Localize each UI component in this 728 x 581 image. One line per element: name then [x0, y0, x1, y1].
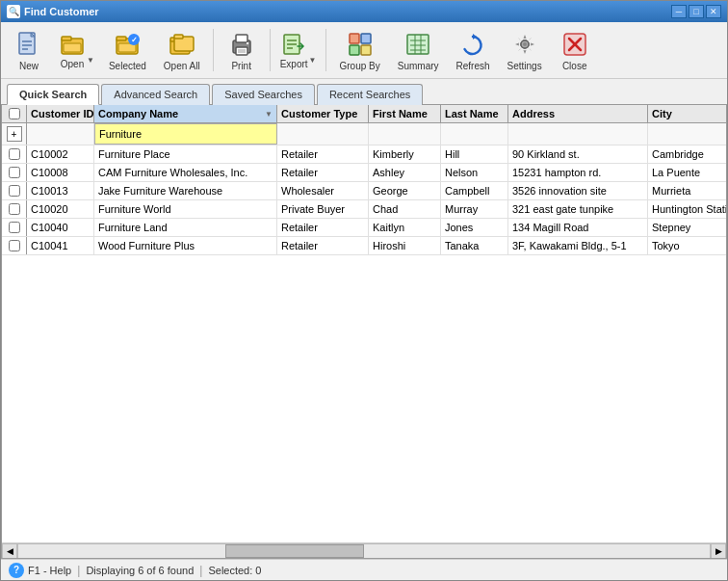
cell-customer-id: C10013: [27, 182, 94, 199]
search-id-cell: [27, 123, 94, 145]
search-type-cell: [277, 123, 369, 145]
row-checkbox-cell: [2, 200, 27, 218]
settings-button[interactable]: Settings: [501, 26, 549, 74]
svg-rect-18: [236, 35, 247, 42]
print-button[interactable]: Print: [220, 26, 264, 74]
col-header-address[interactable]: Address: [508, 105, 648, 122]
grid-body: + C10002 Furniture Place Re: [2, 123, 726, 542]
tab-advanced-search[interactable]: Advanced Search: [101, 84, 210, 105]
title-controls: ─ □ ✕: [671, 5, 721, 18]
col-header-customer-id[interactable]: Customer ID ▼: [27, 105, 94, 122]
search-row-expand[interactable]: +: [2, 123, 27, 145]
close-button[interactable]: Close: [553, 26, 597, 74]
open-all-label: Open All: [164, 61, 200, 71]
cell-customer-type: Retailer: [277, 219, 369, 236]
table-row[interactable]: C10002 Furniture Place Retailer Kimberly…: [2, 145, 726, 164]
sep2: [270, 29, 271, 71]
col-header-city[interactable]: City: [648, 105, 727, 122]
open-dropdown-arrow[interactable]: ▼: [87, 56, 94, 65]
scroll-right-button[interactable]: ▶: [711, 543, 726, 559]
tab-recent-searches[interactable]: Recent Searches: [317, 84, 423, 105]
open-selected-button[interactable]: ✓ Selected: [102, 26, 153, 74]
refresh-label: Refresh: [456, 61, 490, 71]
row-checkbox-cell: [2, 145, 27, 163]
expand-button[interactable]: +: [7, 126, 22, 142]
cell-first-name: Hiroshi: [369, 237, 441, 254]
open-button[interactable]: Open ▼: [55, 28, 98, 72]
close-icon: [559, 29, 590, 60]
row-checkbox[interactable]: [9, 167, 20, 178]
search-first-cell: [369, 123, 441, 145]
settings-icon: [509, 29, 540, 60]
row-checkbox[interactable]: [9, 203, 20, 215]
col-header-company-name[interactable]: Company Name ▼: [94, 105, 277, 122]
table-row[interactable]: C10008 CAM Furniture Wholesales, Inc. Re…: [2, 164, 726, 182]
window-icon: 🔍: [7, 5, 20, 18]
scroll-left-button[interactable]: ◀: [2, 543, 17, 559]
col-header-customer-type[interactable]: Customer Type: [277, 105, 369, 122]
svg-rect-29: [350, 45, 359, 55]
row-checkbox[interactable]: [9, 240, 20, 251]
cell-company-name: Furniture Land: [94, 219, 277, 236]
svg-rect-16: [174, 35, 183, 39]
cell-city: Huntington Statio: [648, 200, 726, 218]
cell-address: 3526 innovation site: [508, 182, 648, 199]
search-company-input[interactable]: [99, 128, 273, 140]
table-row[interactable]: C10020 Furniture World Private Buyer Cha…: [2, 200, 726, 219]
row-checkbox[interactable]: [9, 148, 20, 160]
group-by-button[interactable]: Group By: [332, 26, 386, 74]
export-icon: [280, 31, 307, 58]
export-dropdown-arrow[interactable]: ▼: [309, 56, 317, 65]
cell-city: Stepney: [648, 219, 726, 236]
cell-first-name: Chad: [369, 200, 441, 218]
tab-quick-search[interactable]: Quick Search: [7, 84, 99, 105]
cell-customer-id: C10002: [27, 145, 94, 163]
toolbar: New Open ▼: [1, 22, 727, 79]
export-button[interactable]: Export ▼: [276, 28, 321, 72]
cell-customer-id: C10040: [27, 219, 94, 236]
col-header-first-name[interactable]: First Name: [369, 105, 441, 122]
maximize-button[interactable]: □: [689, 5, 704, 18]
refresh-button[interactable]: Refresh: [450, 26, 497, 74]
scrollbar-track[interactable]: [17, 543, 711, 559]
search-address-cell: [508, 123, 648, 145]
new-label: New: [19, 61, 39, 71]
search-company-cell[interactable]: [94, 123, 277, 145]
tab-saved-searches[interactable]: Saved Searches: [212, 84, 315, 105]
open-all-button[interactable]: Open All: [157, 26, 207, 74]
cell-first-name: Kimberly: [369, 145, 441, 163]
row-checkbox-cell: [2, 182, 27, 199]
cell-last-name: Tanaka: [441, 237, 508, 254]
cell-address: 15231 hampton rd.: [508, 164, 648, 181]
cell-last-name: Murray: [441, 200, 508, 218]
cell-customer-id: C10008: [27, 164, 94, 181]
main-window: 🔍 Find Customer ─ □ ✕ New: [0, 0, 728, 581]
col-header-last-name[interactable]: Last Name: [441, 105, 508, 122]
svg-rect-30: [361, 45, 371, 55]
cell-last-name: Hill: [441, 145, 508, 163]
summary-label: Summary: [398, 61, 439, 71]
table-row[interactable]: C10040 Furniture Land Retailer Kaitlyn J…: [2, 219, 726, 237]
export-label: Export: [280, 59, 308, 69]
status-bar: ? F1 - Help | Displaying 6 of 6 found | …: [1, 559, 727, 580]
scrollbar-thumb[interactable]: [225, 544, 364, 558]
cell-company-name: Furniture Place: [94, 145, 277, 163]
cell-customer-id: C10020: [27, 200, 94, 218]
minimize-button[interactable]: ─: [671, 5, 687, 18]
table-row[interactable]: C10013 Jake Furniture Warehouse Wholesal…: [2, 182, 726, 200]
table-row[interactable]: C10041 Wood Furniture Plus Retailer Hiro…: [2, 237, 726, 255]
close-window-button[interactable]: ✕: [706, 5, 721, 18]
open-all-icon: [167, 29, 197, 60]
cell-customer-type: Retailer: [277, 237, 369, 254]
search-city-cell: [648, 123, 726, 145]
display-count: Displaying 6 of 6 found: [86, 565, 194, 576]
summary-button[interactable]: Summary: [391, 26, 446, 74]
svg-rect-6: [62, 37, 71, 40]
window-title: Find Customer: [24, 6, 99, 17]
row-checkbox[interactable]: [9, 185, 20, 197]
row-checkbox[interactable]: [9, 222, 20, 233]
grid-rows-container: C10002 Furniture Place Retailer Kimberly…: [2, 145, 726, 255]
select-all-checkbox[interactable]: [9, 108, 20, 119]
new-button[interactable]: New: [7, 26, 51, 74]
print-label: Print: [231, 61, 251, 71]
